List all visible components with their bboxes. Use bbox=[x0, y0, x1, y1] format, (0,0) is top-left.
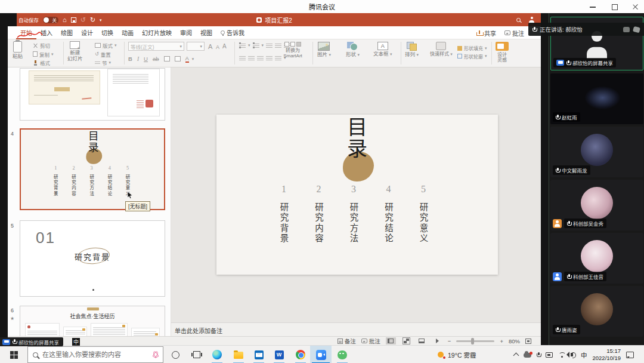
thumbnail-slide-4-selected[interactable]: 目录 1研究背景 2研究内容 3研究方法 4研究结论 5研究意义 bbox=[20, 128, 165, 210]
display-cast-icon[interactable] bbox=[546, 352, 553, 358]
hand-icon[interactable] bbox=[623, 27, 630, 32]
convert-smartart-button[interactable]: 转换为SmartArt bbox=[277, 42, 308, 59]
action-center-icon[interactable] bbox=[626, 352, 634, 358]
reset-button[interactable]: ↺重置 bbox=[95, 51, 117, 58]
participant-tile-tangyuzi[interactable]: 唐雨姿 bbox=[550, 286, 643, 337]
account-avatar-icon[interactable] bbox=[528, 17, 535, 23]
undo-icon[interactable]: ↺ bbox=[80, 17, 86, 23]
slideshow-button[interactable] bbox=[432, 337, 442, 344]
tab-draw[interactable]: 绘图 bbox=[57, 26, 77, 39]
minimize-button[interactable] bbox=[589, 3, 596, 10]
tab-transitions[interactable]: 切换 bbox=[97, 26, 117, 39]
italic-button[interactable]: I bbox=[137, 56, 139, 62]
normal-view-button[interactable] bbox=[386, 337, 396, 344]
paste-button[interactable]: 粘贴 bbox=[13, 41, 23, 60]
font-color-button[interactable]: A bbox=[185, 55, 189, 63]
edge-button[interactable] bbox=[206, 346, 228, 363]
participant-tile-zhongwenxieyulong[interactable]: 中文解雨龙 bbox=[550, 127, 643, 177]
slide-canvas[interactable]: 目录 1研究背景 2研究内容 3研究方法 4研究结论 5研究意义 bbox=[216, 115, 498, 275]
tab-view[interactable]: 视图 bbox=[196, 26, 216, 39]
fit-to-window-icon[interactable] bbox=[525, 339, 531, 344]
thumbnail-slide-3[interactable] bbox=[20, 68, 165, 121]
cut-button[interactable]: 剪切 bbox=[33, 42, 54, 49]
tab-tell-me[interactable]: 告诉我 bbox=[216, 26, 249, 39]
search-input[interactable] bbox=[42, 351, 148, 358]
zoom-in-button[interactable]: + bbox=[500, 338, 503, 344]
tab-design[interactable]: 设计 bbox=[77, 26, 97, 39]
tab-home[interactable]: 开始 bbox=[16, 26, 36, 39]
thumbnail-slide-5[interactable]: 01 研究背景 bbox=[20, 220, 165, 297]
save-icon[interactable] bbox=[71, 17, 76, 23]
clock[interactable]: 15:172022/10/19 bbox=[593, 347, 621, 362]
tray-expand-icon[interactable] bbox=[513, 353, 519, 359]
notes-pane[interactable]: 单击此处添加备注 bbox=[171, 322, 541, 336]
tab-animations[interactable]: 动画 bbox=[117, 26, 138, 39]
arrange-button[interactable]: 排列 ▾ bbox=[405, 42, 419, 58]
shape-fill-button[interactable]: 形状填充▾ bbox=[457, 45, 487, 51]
underline-button[interactable]: U bbox=[144, 56, 148, 62]
cortana-button[interactable] bbox=[165, 346, 186, 363]
layout-button[interactable]: 版式▾ bbox=[95, 42, 117, 49]
bold-button[interactable]: B bbox=[128, 56, 132, 62]
zoom-slider[interactable] bbox=[456, 340, 494, 342]
task-view-button[interactable] bbox=[186, 346, 208, 363]
taskbar-search[interactable] bbox=[27, 346, 163, 363]
notes-toggle[interactable]: 备注 bbox=[338, 337, 356, 345]
zoom-handle[interactable] bbox=[471, 338, 474, 344]
picture-button[interactable]: 图片 ▾ bbox=[317, 42, 331, 58]
shrink-font-button[interactable]: A bbox=[216, 44, 219, 50]
comments-toggle[interactable]: 批注 bbox=[361, 337, 380, 345]
section-button[interactable]: 节▾ bbox=[95, 59, 117, 66]
cloud-sync-icon[interactable] bbox=[524, 353, 531, 358]
mail-button[interactable] bbox=[248, 346, 270, 363]
weather-widget[interactable]: 19°C 雾霾 bbox=[437, 346, 476, 363]
start-button[interactable] bbox=[0, 346, 27, 363]
share-button[interactable]: 共享 bbox=[476, 29, 496, 38]
ppt-search-icon[interactable] bbox=[516, 18, 521, 22]
participant-tile-wujinxiu[interactable]: 科创部吴金秀 bbox=[550, 180, 643, 230]
hand-icon[interactable] bbox=[633, 26, 640, 32]
wifi-icon[interactable] bbox=[558, 352, 565, 358]
tencent-meeting-button[interactable] bbox=[310, 346, 332, 363]
shapes-button[interactable]: 形状 ▾ bbox=[346, 42, 360, 58]
chrome-button[interactable] bbox=[290, 346, 311, 363]
reading-view-button[interactable] bbox=[417, 337, 427, 344]
font-size-combo[interactable]: ▾ bbox=[187, 42, 205, 51]
tab-insert[interactable]: 插入 bbox=[36, 26, 57, 39]
clear-format-button[interactable]: A bbox=[222, 43, 227, 50]
shape-outline-button[interactable]: 形状轮廓▾ bbox=[457, 53, 487, 60]
textbox-button[interactable]: A 文本框 ▾ bbox=[373, 42, 392, 57]
volume-icon[interactable] bbox=[571, 353, 573, 356]
screen-share-pill[interactable]: 郝欣怡的屏幕共享 bbox=[0, 337, 63, 346]
zoom-out-button[interactable]: − bbox=[448, 338, 451, 344]
slide-sorter-button[interactable] bbox=[401, 337, 411, 344]
autosave-toggle[interactable]: 关 bbox=[43, 17, 58, 23]
strikethrough-button[interactable]: ab bbox=[153, 56, 159, 62]
file-explorer-button[interactable] bbox=[228, 346, 249, 363]
participant-tile-wangjiayin[interactable]: 科创部王佳音 bbox=[550, 233, 643, 284]
restore-button[interactable] bbox=[611, 3, 618, 10]
tray-mic-icon[interactable] bbox=[537, 352, 540, 358]
thumbnail-slide-6[interactable]: 社会焦点·生活经历 bbox=[20, 306, 165, 336]
font-name-combo[interactable]: 等线(正文)▾ bbox=[128, 42, 184, 51]
wechat-button[interactable] bbox=[332, 346, 353, 363]
qat-dropdown-icon[interactable]: ▾ bbox=[100, 18, 102, 22]
grow-font-button[interactable]: A bbox=[208, 43, 212, 50]
shadow-button[interactable] bbox=[164, 56, 170, 61]
ime-indicator[interactable]: 中 bbox=[581, 350, 587, 359]
design-ideas-button[interactable]: 设计灵感 bbox=[496, 42, 509, 63]
participant-tile-zhaohongyu[interactable]: 赵虹雨 bbox=[550, 73, 643, 124]
tab-slideshow[interactable]: 幻灯片放映 bbox=[138, 26, 176, 39]
new-slide-button[interactable]: 新建幻灯片 bbox=[67, 41, 83, 62]
tab-review[interactable]: 审阅 bbox=[176, 26, 196, 39]
format-painter-button[interactable]: 格式 bbox=[33, 59, 54, 66]
quick-styles-button[interactable]: 快速样式 ▾ bbox=[430, 42, 453, 57]
char-spacing-button[interactable] bbox=[175, 56, 181, 61]
comments-button[interactable]: 批注 bbox=[504, 29, 524, 38]
copy-button[interactable]: 复制▾ bbox=[33, 51, 54, 58]
home-icon[interactable]: ⌂ bbox=[63, 17, 67, 23]
word-button[interactable]: W bbox=[268, 346, 290, 363]
redo-icon[interactable]: ↻ bbox=[90, 17, 95, 23]
close-button[interactable] bbox=[632, 3, 639, 10]
zoom-percent[interactable]: 80% bbox=[509, 338, 520, 344]
